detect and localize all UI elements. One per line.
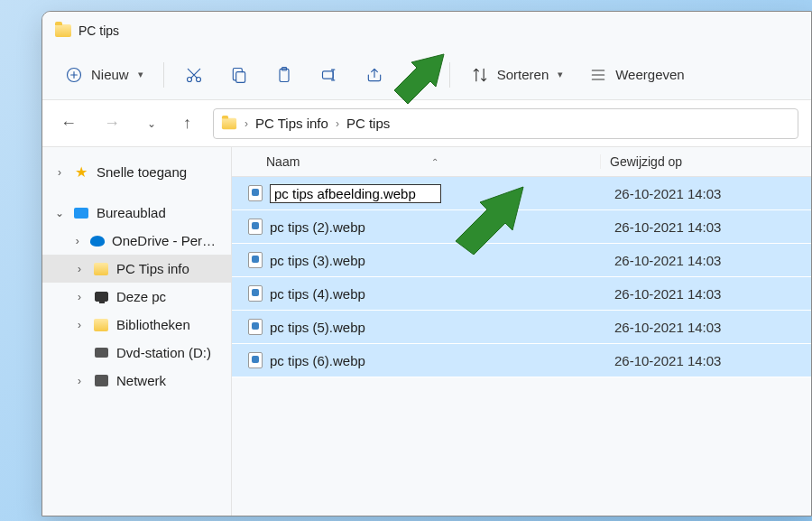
pc-icon: [93, 290, 109, 304]
sidebar-label: Snelle toegang: [97, 164, 187, 180]
chevron-right-icon: ›: [53, 166, 66, 179]
file-name: pc tips (2).webp: [270, 219, 605, 235]
cut-button[interactable]: [173, 58, 215, 92]
file-row[interactable]: pc tips (5).webp26-10-2021 14:03: [232, 311, 811, 344]
copy-icon: [229, 65, 249, 85]
file-row[interactable]: pc tips (2).webp26-10-2021 14:03: [232, 210, 811, 244]
sidebar-label: Deze pc: [116, 289, 166, 304]
share-button[interactable]: [354, 58, 395, 92]
sort-button[interactable]: Sorteren ▾: [459, 58, 575, 92]
sidebar-onedrive[interactable]: › OneDrive - Persona…: [42, 227, 231, 255]
file-row[interactable]: 26-10-2021 14:03: [232, 177, 811, 210]
file-name: [270, 184, 605, 203]
chevron-right-icon: ›: [245, 117, 248, 130]
file-name: pc tips (3).webp: [270, 253, 605, 268]
titlebar: PC tips: [42, 12, 811, 50]
rename-icon: [319, 65, 339, 85]
share-icon: [364, 65, 384, 85]
svg-rect-3: [235, 71, 245, 82]
column-name-label: Naam: [266, 154, 300, 169]
file-row[interactable]: pc tips (3).webp26-10-2021 14:03: [232, 244, 811, 277]
sidebar-label: Bibliotheken: [116, 317, 190, 332]
sidebar-network[interactable]: › Netwerk: [42, 367, 231, 395]
desktop-icon: [73, 206, 89, 220]
clipboard-icon: [274, 65, 294, 85]
navigation-row: ← → ⌄ ↑ › PC Tips info › PC tips: [42, 100, 811, 147]
sidebar-desktop[interactable]: ⌄ Bureaublad: [42, 199, 231, 227]
sort-label: Sorteren: [497, 67, 549, 82]
sidebar-label: Dvd-station (D:): [116, 345, 211, 360]
plus-icon: [64, 65, 84, 85]
sidebar-this-pc[interactable]: › Deze pc: [42, 283, 231, 311]
list-icon: [588, 65, 608, 85]
network-icon: [93, 374, 109, 388]
scissors-icon: [184, 65, 204, 85]
cloud-icon: [90, 234, 105, 248]
files-container: 26-10-2021 14:03pc tips (2).webp26-10-20…: [232, 177, 811, 377]
sort-asc-icon: ⌃: [431, 157, 438, 167]
sidebar-label: OneDrive - Persona…: [112, 233, 220, 248]
back-button[interactable]: ←: [55, 108, 82, 138]
sidebar-libraries[interactable]: › Bibliotheken: [42, 311, 231, 339]
chevron-down-icon: ▾: [558, 69, 563, 80]
toolbar: Nieuw ▾: [42, 50, 811, 100]
breadcrumb-current[interactable]: PC tips: [346, 116, 390, 131]
delete-button[interactable]: [399, 58, 440, 92]
new-button[interactable]: Nieuw ▾: [53, 58, 154, 92]
column-name-header[interactable]: Naam ⌃: [266, 154, 600, 169]
explorer-window: PC tips Nieuw ▾: [42, 11, 812, 516]
file-row[interactable]: pc tips (6).webp26-10-2021 14:03: [232, 344, 811, 377]
column-modified-header[interactable]: Gewijzigd op: [600, 154, 780, 169]
content-split: › ★ Snelle toegang ⌄ Bureaublad › OneDri…: [42, 147, 811, 516]
rename-button[interactable]: [309, 58, 350, 92]
file-name: pc tips (4).webp: [270, 286, 605, 302]
sidebar-label: Bureaublad: [97, 205, 166, 220]
copy-button[interactable]: [218, 58, 260, 92]
file-icon: [248, 285, 263, 302]
chevron-right-icon: ›: [336, 117, 339, 130]
sidebar-pc-tips-info[interactable]: › PC Tips info: [42, 255, 231, 283]
address-bar[interactable]: › PC Tips info › PC tips: [213, 108, 798, 139]
column-modified-label: Gewijzigd op: [610, 154, 682, 169]
view-label: Weergeven: [615, 67, 684, 82]
disc-icon: [93, 346, 109, 360]
separator: [449, 62, 450, 88]
folder-icon: [222, 117, 236, 129]
paste-button[interactable]: [263, 58, 305, 92]
chevron-right-icon: ›: [71, 235, 82, 247]
file-date: 26-10-2021 14:03: [605, 286, 786, 302]
chevron-right-icon: ›: [73, 291, 86, 303]
chevron-right-icon: ›: [73, 375, 86, 387]
file-date: 26-10-2021 14:03: [605, 320, 786, 335]
file-name: pc tips (6).webp: [270, 353, 605, 368]
chevron-down-icon: ▾: [138, 69, 143, 80]
rename-input[interactable]: [270, 184, 441, 203]
file-name: pc tips (5).webp: [270, 320, 605, 335]
file-date: 26-10-2021 14:03: [605, 253, 786, 268]
separator: [163, 62, 164, 88]
file-icon: [248, 352, 263, 368]
library-icon: [93, 318, 109, 332]
file-icon: [248, 319, 263, 335]
chevron-right-icon: ›: [73, 319, 86, 331]
window-title: PC tips: [78, 23, 119, 38]
svg-rect-6: [322, 70, 333, 78]
recent-button[interactable]: ⌄: [142, 112, 161, 135]
star-icon: ★: [73, 165, 89, 180]
file-icon: [248, 252, 263, 268]
file-row[interactable]: pc tips (4).webp26-10-2021 14:03: [232, 277, 811, 311]
chevron-down-icon: ⌄: [53, 207, 66, 219]
file-icon: [248, 185, 263, 201]
folder-icon: [55, 24, 71, 37]
sidebar-label: PC Tips info: [116, 261, 189, 276]
file-icon: [248, 219, 263, 235]
sidebar-dvd[interactable]: Dvd-station (D:): [42, 339, 231, 367]
file-date: 26-10-2021 14:03: [605, 186, 786, 201]
trash-icon: [410, 65, 429, 85]
up-button[interactable]: ↑: [178, 108, 197, 138]
view-button[interactable]: Weergeven: [577, 58, 695, 92]
forward-button[interactable]: →: [98, 108, 125, 138]
sidebar: › ★ Snelle toegang ⌄ Bureaublad › OneDri…: [42, 147, 232, 516]
sidebar-quick-access[interactable]: › ★ Snelle toegang: [42, 158, 231, 186]
breadcrumb-parent[interactable]: PC Tips info: [255, 116, 328, 131]
